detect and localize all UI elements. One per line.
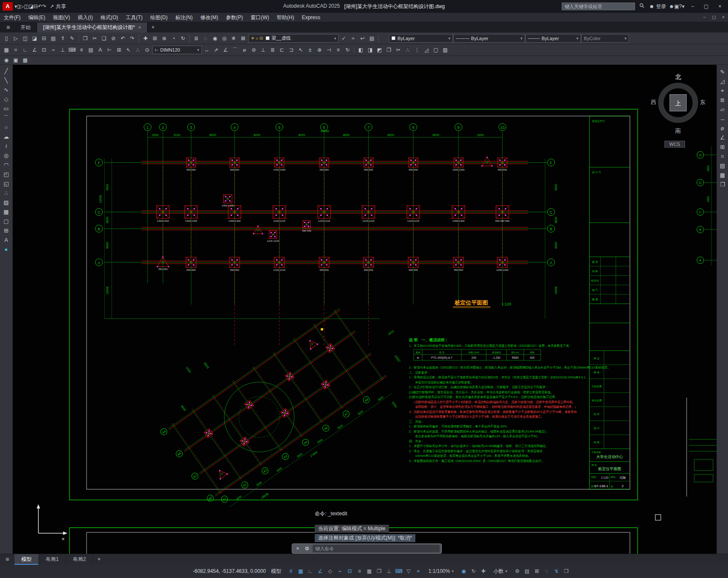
copy-clip-icon[interactable]: ❐ <box>81 34 90 43</box>
create-block-icon[interactable]: ◨ <box>365 46 375 54</box>
menu-item-1[interactable]: 编辑(E) <box>24 13 49 22</box>
new-layout-button[interactable]: + <box>93 556 105 562</box>
help-menu-icon[interactable]: ▾ <box>682 3 684 9</box>
insert-block-icon[interactable]: ◰ <box>2 170 11 179</box>
match-properties-icon[interactable]: ✎ <box>67 34 77 43</box>
zoom-window-icon[interactable]: ⊞ <box>150 34 160 43</box>
new-file-icon[interactable]: ▯ <box>17 3 20 9</box>
tool-palettes-icon[interactable]: ▦ <box>718 171 727 180</box>
ellipse-arc-icon[interactable]: ◠ <box>2 160 11 170</box>
maximize-button[interactable]: ▢ <box>701 2 712 11</box>
ortho-icon[interactable]: ∟ <box>306 566 315 576</box>
viewcube-wcs[interactable]: WCS <box>664 141 685 148</box>
layer-combo[interactable]: ☀☼⊙ 梁__虚线▾ <box>248 34 339 43</box>
center-mark-icon[interactable]: ⊕ <box>315 46 324 54</box>
table-style-icon[interactable]: ⊞ <box>114 46 124 54</box>
region-icon[interactable]: ▢ <box>2 217 11 226</box>
save-icon[interactable]: ◫ <box>24 3 29 9</box>
layout-tab-0[interactable]: 模型 <box>15 554 39 565</box>
region-icon[interactable]: ▢ <box>431 46 441 54</box>
new-tab-button[interactable]: + <box>148 23 159 32</box>
dim-radius-icon[interactable]: ⌀ <box>240 46 249 54</box>
viewcube-south[interactable]: 南 <box>653 127 704 135</box>
drawing-canvas[interactable]: 1234567891029005100800080008000800080008… <box>13 65 716 554</box>
undo-icon[interactable]: ↶ <box>118 34 128 43</box>
layout-tab-1[interactable]: 布局1 <box>39 554 66 565</box>
menu-item-2[interactable]: 视图(V) <box>49 13 74 22</box>
point-style-icon[interactable]: ∴ <box>133 46 142 54</box>
cut-clip-icon[interactable]: ✂ <box>90 34 99 43</box>
camera-icon[interactable]: ▣ <box>11 56 20 64</box>
dim-ordinate-icon[interactable]: ⊥ <box>258 46 268 54</box>
dim-break-icon[interactable]: ⊣ <box>324 46 334 54</box>
tab-close-icon[interactable]: × <box>138 23 141 32</box>
plot-style-combo[interactable]: ByColor▾ <box>581 34 629 43</box>
layer-states-icon[interactable]: ▤ <box>367 34 377 43</box>
menu-item-10[interactable]: 窗口(W) <box>247 13 273 22</box>
insert-block-icon[interactable]: ◧ <box>356 46 365 54</box>
save-as-icon[interactable]: ◪ <box>30 34 39 43</box>
model-space-toggle[interactable]: 模型 <box>269 568 283 575</box>
polar-tracking-icon[interactable]: ∠ <box>316 566 325 576</box>
layer-freeze-icon[interactable]: ❄ <box>229 34 238 43</box>
circle-icon[interactable]: ○ <box>2 123 11 132</box>
layout-tab-2[interactable]: 布局2 <box>66 554 93 565</box>
menu-item-9[interactable]: 参数(P) <box>222 13 247 22</box>
line-icon[interactable]: ╱ <box>2 67 11 76</box>
gizmo-icon[interactable]: ⌖ <box>414 566 423 576</box>
dim-diameter-icon[interactable]: ⊘ <box>249 46 258 54</box>
coordinates-readout[interactable]: -6082.9454, -5137.4633, 0.0000 <box>193 568 266 574</box>
isometric-drafting-icon[interactable]: ◇ <box>325 566 334 576</box>
point-icon[interactable]: ∴ <box>403 46 412 54</box>
open-folder-icon[interactable]: ▷ <box>11 34 20 43</box>
clip-icon[interactable]: ✂ <box>394 46 403 54</box>
dim-arc-length-icon[interactable]: ⌒ <box>230 46 240 54</box>
menu-item-7[interactable]: 标注(N) <box>171 13 197 22</box>
doc-restore-button[interactable]: ▢ <box>709 13 719 22</box>
multileader-icon[interactable]: ↖ <box>296 46 305 54</box>
polygon-icon[interactable]: ◇ <box>2 95 11 104</box>
viewcube[interactable]: 北 西 东 上 南 WCS <box>653 73 704 153</box>
polyline-icon[interactable]: ∿ <box>2 85 11 95</box>
snap-mode-icon[interactable]: ▦ <box>296 566 305 576</box>
text-style-icon[interactable]: A <box>96 46 105 54</box>
layout-menu-icon[interactable]: ≡ <box>0 556 15 563</box>
render-icon[interactable]: ▦ <box>20 56 30 64</box>
block-editor-icon[interactable]: ◩ <box>375 46 384 54</box>
rectangle-icon[interactable]: ▭ <box>2 104 11 113</box>
help-icon[interactable]: ? <box>679 3 682 9</box>
dim-aligned-icon[interactable]: ⇗ <box>212 46 221 54</box>
object-snap-icon[interactable]: ⊡ <box>345 566 354 576</box>
menu-item-4[interactable]: 格式(O) <box>97 13 122 22</box>
save-icon[interactable]: ◫ <box>20 34 30 43</box>
layer-isolate-icon[interactable]: ◎ <box>220 34 229 43</box>
close-button[interactable]: × <box>714 2 725 11</box>
point-cloud-icon[interactable]: ● <box>2 245 11 254</box>
units-icon[interactable]: ⊙ <box>142 46 152 54</box>
autocad-logo-icon[interactable]: A <box>3 2 13 11</box>
properties-icon[interactable]: ▤ <box>718 161 727 171</box>
save-as-icon[interactable]: ◪ <box>29 3 33 9</box>
dynamic-ucs-icon[interactable]: ⊥ <box>384 566 393 576</box>
file-tabs-menu-icon[interactable]: ≡ <box>2 22 15 32</box>
pan-icon[interactable]: ✚ <box>141 34 150 43</box>
construction-line-icon[interactable]: ╲ <box>2 76 11 85</box>
id-point-icon[interactable]: ⌖ <box>718 86 727 96</box>
layer-make-current-icon[interactable]: ✓ <box>339 34 348 43</box>
arc-icon[interactable]: ⌒ <box>2 113 11 123</box>
menu-item-0[interactable]: 文件(F) <box>0 13 24 22</box>
login-button[interactable]: ☻ 登录 <box>649 3 667 10</box>
menu-item-8[interactable]: 修改(M) <box>197 13 222 22</box>
quick-dimension-icon[interactable]: ≣ <box>268 46 277 54</box>
snap-tracking-icon[interactable]: ⌁ <box>49 46 58 54</box>
plot-icon[interactable]: ⊟ <box>39 34 49 43</box>
command-customize-icon[interactable]: ⚙ <box>303 546 311 552</box>
snap-mode-icon[interactable]: ▦ <box>2 46 11 54</box>
new-file-icon[interactable]: ▯ <box>2 34 11 43</box>
mleader-style-icon[interactable]: ↖ <box>124 46 133 54</box>
units-control[interactable]: 小数▾ <box>491 568 510 575</box>
make-block-icon[interactable]: ◱ <box>2 179 11 189</box>
snap-tracking-icon[interactable]: ⌁ <box>335 566 344 576</box>
user-icon[interactable]: ☻ <box>669 3 674 9</box>
layer-match-icon[interactable]: ≈ <box>348 34 358 43</box>
